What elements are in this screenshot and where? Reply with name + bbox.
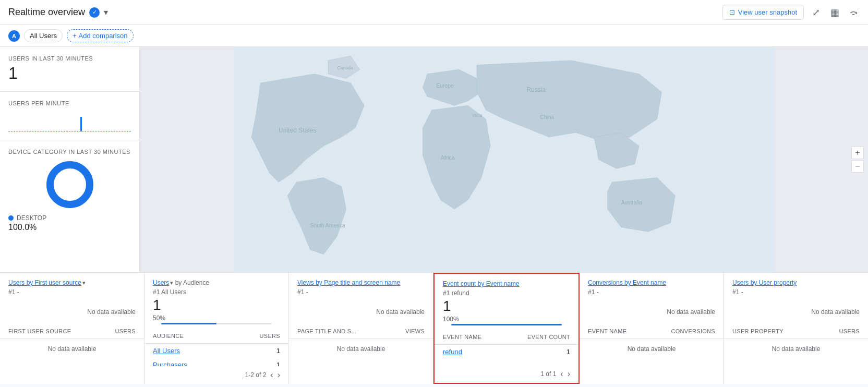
chart-bar [80,117,82,131]
data-card-user-property: Users by User property #1 - No data avai… [724,273,868,384]
add-comparison-button[interactable]: + Add comparison [67,29,134,42]
table-cell-col2: 1 [276,361,280,366]
add-icon: + [73,32,77,40]
fullscreen-button[interactable]: ⤢ [810,5,822,20]
no-data-top: No data available [580,300,724,324]
data-card-conversions: Conversions by Event name #1 - No data a… [580,273,724,384]
all-users-chip[interactable]: All Users [24,29,63,42]
data-card-page-views: Views by Page title and screen name #1 -… [289,273,433,384]
table-row: Purchasers 1 [144,358,288,366]
table-row: All Users 1 [144,344,288,358]
col1-header: EVENT NAME [588,328,626,334]
all-users-label: All Users [30,32,57,40]
col1-header: AUDIENCE [153,333,184,339]
col2-header: VIEWS [405,328,425,334]
card-header: Users▾ by Audience #1 All Users 1 50% [144,273,288,329]
top-bar-left: Realtime overview ✓ ▾ [8,7,108,18]
data-card-audience: Users▾ by Audience #1 All Users 1 50% AU… [144,273,289,384]
users-per-minute-card: USERS PER MINUTE [0,92,139,140]
device-category-card: DEVICE CATEGORY IN LAST 30 MINUTES DESKT… [0,140,139,240]
svg-text:Russia: Russia [526,86,546,93]
card-table: USER PROPERTY USERS No data available [724,324,868,384]
no-data-top: No data available [724,300,868,324]
svg-text:Australia: Australia [621,200,643,205]
card-dropdown-icon[interactable]: ▾ [82,280,86,286]
bottom-row: Users by First user source▾ #1 - No data… [0,272,868,384]
card-title[interactable]: Users [153,279,169,286]
card-header: Users by First user source▾ #1 - [0,273,144,300]
table-header: EVENT NAME CONVERSIONS [580,324,724,339]
pagination-prev-button[interactable]: ‹ [560,369,563,379]
left-panel: USERS IN LAST 30 MINUTES 1 USERS PER MIN… [0,47,140,272]
col2-header: USERS [115,328,136,334]
top-bar: Realtime overview ✓ ▾ ⊡ View user snapsh… [0,0,868,25]
card-title[interactable]: Event count by Event name [443,280,520,287]
table-header: FIRST USER SOURCE USERS [0,324,144,339]
donut-chart-container [8,161,131,208]
title-dropdown-icon[interactable]: ▾ [104,7,108,17]
card-header: Event count by Event name #1 refund 1 10… [435,274,578,330]
card-title[interactable]: Conversions by Event name [588,279,666,286]
card-footer: 1 of 1 ‹ › [435,365,578,383]
card-title-row: Views by Page title and screen name [297,279,425,286]
data-card-first-user-source: Users by First user source▾ #1 - No data… [0,273,144,384]
card-header: Views by Page title and screen name #1 - [289,273,433,300]
top-section: USERS IN LAST 30 MINUTES 1 USERS PER MIN… [0,47,868,272]
world-map-svg: United States Europe Russia China Africa… [140,47,868,272]
no-data-body: No data available [0,339,144,359]
data-card-event-count: Event count by Event name #1 refund 1 10… [433,273,580,384]
map-zoom-out-button[interactable]: − [851,160,864,173]
table-view-button[interactable]: ▦ [828,5,841,20]
card-rank: #1 - [297,288,425,296]
users-30min-card: USERS IN LAST 30 MINUTES 1 [0,47,139,92]
card-percent: 100% [443,316,570,323]
map-zoom-in-button[interactable]: + [851,147,864,159]
device-label: DEVICE CATEGORY IN LAST 30 MINUTES [8,149,130,155]
table-cell-col1[interactable]: All Users [153,347,180,355]
card-bar-track [451,324,562,325]
desktop-legend-dot [8,215,14,221]
no-data-body: No data available [580,339,724,359]
page-title: Realtime overview [8,7,85,18]
card-title[interactable]: Views by Page title and screen name [297,279,400,286]
desktop-legend-value: 100.0% [8,223,37,232]
map-controls: + − [851,147,864,173]
users-30min-value: 1 [8,64,131,83]
pagination-text: 1-2 of 2 [245,371,267,379]
pagination-next-button[interactable]: › [278,370,280,380]
users-per-minute-label: USERS PER MINUTE [8,100,131,106]
desktop-legend-label: DESKTOP [17,214,46,222]
col1-header: PAGE TITLE AND S... [297,328,357,334]
no-data-body: No data available [289,339,433,359]
card-title[interactable]: Users by First user source [8,279,81,286]
share-button[interactable]: ⤼ [848,5,860,20]
svg-text:Africa: Africa [441,155,455,161]
card-header: Conversions by Event name #1 - [580,273,724,300]
no-data-top: No data available [0,300,144,324]
pagination-prev-button[interactable]: ‹ [270,370,273,380]
table-cell-col1[interactable]: refund [443,348,462,356]
pagination-next-button[interactable]: › [568,369,570,379]
card-title-row: Users▾ by Audience [153,279,280,286]
card-bar-container [153,323,280,324]
view-snapshot-button[interactable]: ⊡ View user snapshot [722,5,804,20]
col2-header: USERS [260,333,280,339]
card-value: 1 [443,298,570,315]
table-header: PAGE TITLE AND S... VIEWS [289,324,433,339]
svg-text:United States: United States [279,127,317,134]
table-cell-col2: 1 [566,348,570,356]
table-cell-col1[interactable]: Purchasers [153,361,187,366]
card-bar-fill [451,324,562,325]
card-title[interactable]: Users by User property [732,279,797,286]
col1-header: EVENT NAME [443,334,481,340]
card-title-row: Users by First user source▾ [8,279,136,286]
card-table: EVENT NAME CONVERSIONS No data available [580,324,724,384]
chart-baseline [8,131,131,131]
col2-header: CONVERSIONS [671,328,715,334]
card-table: PAGE TITLE AND S... VIEWS No data availa… [289,324,433,384]
svg-text:India: India [473,113,483,118]
card-table: AUDIENCE USERS All Users 1 Purchasers 1 [144,329,288,366]
card-title-row: Users by User property [732,279,860,286]
users-per-minute-chart [8,111,131,131]
card-table: EVENT NAME EVENT COUNT refund 1 [435,330,578,365]
